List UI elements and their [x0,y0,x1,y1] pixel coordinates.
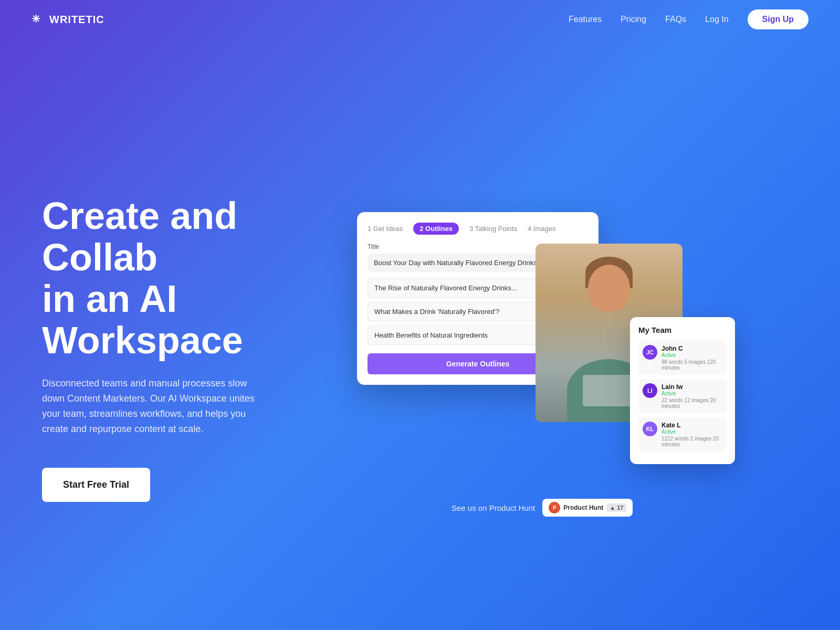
member-status-kate: Active [662,429,722,435]
step-3[interactable]: 3 Talking Points [469,225,517,233]
product-hunt-label: See us on Product Hunt [452,503,535,512]
member-stats-john: 98 words 5 images 120 minutes [662,359,722,371]
avatar-lain: LI [643,383,657,398]
member-stats-kate: 1222 words 2 images 20 minutes [662,436,722,447]
ui-steps: 1 Get Ideas 2 Outlines 3 Talking Points … [368,223,588,235]
hero-subtitle: Disconnected teams and manual processes … [42,376,262,436]
member-status-lain: Active [662,391,722,396]
nav-features[interactable]: Features [569,15,602,24]
signup-button[interactable]: Sign Up [748,9,808,29]
step-4[interactable]: 4 Images [528,225,556,233]
member-info-john: John C Active 98 words 5 images 120 minu… [662,345,722,371]
ph-logo: P [549,502,560,513]
logo-icon: ✳ [32,13,45,26]
member-name-kate: Kate L [662,422,722,429]
member-stats-lain: 22 words 12 images 20 minutes [662,397,722,409]
ph-badge-label: Product Hunt [563,504,603,511]
product-hunt-badge[interactable]: P Product Hunt ▲ 17 [542,499,633,517]
team-member-2: LI Lain Iw Active 22 words 12 images 20 … [638,379,727,413]
team-member-3: KL Kate L Active 1222 words 2 images 20 … [638,417,727,452]
person-head [588,265,630,312]
member-info-lain: Lain Iw Active 22 words 12 images 20 min… [662,383,722,409]
step-1[interactable]: 1 Get Ideas [368,225,403,233]
team-card: My Team JC John C Active 98 words 5 imag… [630,317,735,464]
hero-title: Create and Collab in an AI Workspace [42,195,315,362]
nav-links: Features Pricing FAQs Log In Sign Up [569,9,808,29]
product-hunt-row: See us on Product Hunt P Product Hunt ▲ … [452,499,633,517]
step-2[interactable]: 2 Outlines [413,223,459,235]
ph-count: ▲ 17 [606,503,626,512]
laptop-shape [583,375,635,406]
hero-mockup: 1 Get Ideas 2 Outlines 3 Talking Points … [357,212,808,485]
nav-pricing[interactable]: Pricing [621,15,646,24]
hero-content: Create and Collab in an AI Workspace Dis… [42,195,315,502]
logo[interactable]: ✳ WRITETIC [32,13,104,26]
team-member-1: JC John C Active 98 words 5 images 120 m… [638,341,727,375]
member-name-john: John C [662,345,722,352]
member-name-lain: Lain Iw [662,383,722,391]
nav-login[interactable]: Log In [705,15,728,24]
navbar: ✳ WRITETIC Features Pricing FAQs Log In … [0,0,840,39]
avatar-kate: KL [643,422,657,436]
hero-section: Create and Collab in an AI Workspace Dis… [0,39,840,627]
nav-faqs[interactable]: FAQs [665,15,686,24]
member-status-john: Active [662,352,722,358]
brand-name: WRITETIC [49,14,104,26]
member-info-kate: Kate L Active 1222 words 2 images 20 min… [662,422,722,447]
cta-button[interactable]: Start Free Trial [42,468,150,502]
team-title: My Team [638,326,727,334]
avatar-john: JC [643,345,657,360]
